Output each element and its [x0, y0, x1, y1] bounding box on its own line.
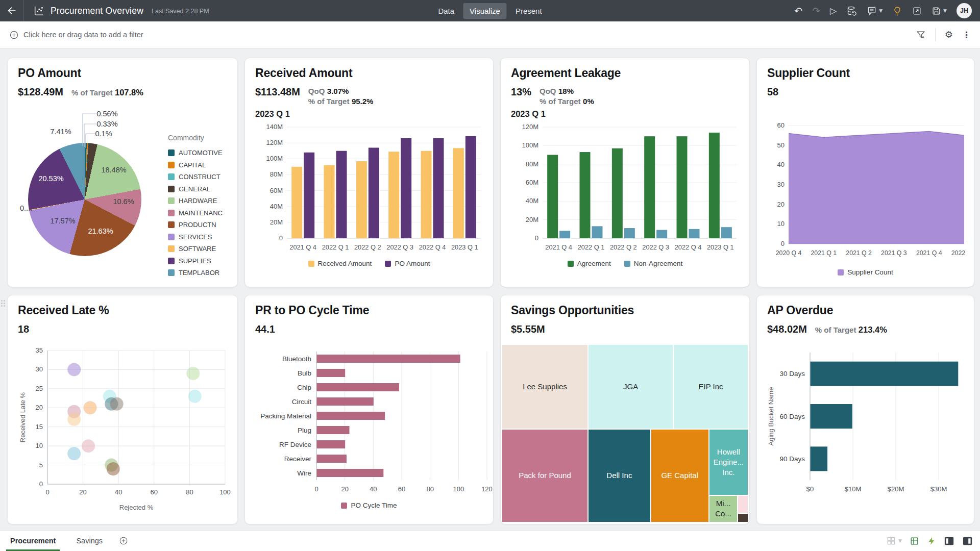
save-button[interactable]: ▼	[932, 6, 947, 16]
canvas-tab-procurement[interactable]: Procurement	[0, 531, 66, 551]
treemap-cell[interactable]	[738, 495, 748, 513]
svg-text:2022 Q 3: 2022 Q 3	[386, 243, 413, 251]
svg-text:120: 120	[481, 485, 493, 493]
treemap-cell-jga[interactable]: JGA	[588, 344, 673, 429]
pie-label-capital: 0.33%	[96, 120, 117, 128]
supplier-count-area-chart[interactable]: 01020304050602020 Q 42021 Q 12021 Q 2202…	[767, 118, 967, 266]
received-amount-bar-chart[interactable]: 020M40M60M80M100M120M140M2021 Q 42022 Q …	[255, 121, 485, 258]
legend-item: Agreement	[568, 260, 611, 267]
treemap-cell-howell-engine-inc[interactable]: Howell Engine... Inc.	[709, 429, 748, 495]
canvas-layout-button[interactable]: ▼	[886, 536, 902, 546]
svg-text:2021 Q 4: 2021 Q 4	[916, 249, 942, 257]
pie-label-productn: 21.63%	[88, 227, 113, 235]
svg-text:20M: 20M	[526, 216, 538, 223]
insights-lightbulb-icon[interactable]	[892, 6, 902, 16]
tab-present[interactable]: Present	[509, 3, 549, 19]
treemap-cell-dell-inc[interactable]: Dell Inc	[588, 429, 651, 522]
open-in-new-button[interactable]	[912, 6, 922, 16]
comments-button[interactable]: ▼	[867, 6, 883, 16]
back-arrow-icon	[6, 5, 17, 16]
svg-text:30: 30	[777, 181, 785, 188]
back-button[interactable]	[0, 0, 23, 21]
treemap-cell-eip-inc[interactable]: EIP Inc	[673, 344, 748, 429]
canvas-tab-savings[interactable]: Savings	[66, 531, 113, 551]
treemap-cell[interactable]	[738, 513, 748, 522]
ap-overdue-value: $48.02M	[767, 323, 807, 335]
user-avatar[interactable]: JH	[957, 3, 972, 18]
card-supplier-count: Supplier Count 58 01020304050602020 Q 42…	[756, 58, 974, 287]
svg-text:30 Days: 30 Days	[779, 370, 805, 378]
svg-text:60: 60	[398, 485, 405, 493]
svg-text:20: 20	[341, 485, 348, 493]
legend-item-general: GENERAL	[168, 185, 229, 193]
redo-button[interactable]: ↷	[812, 6, 820, 16]
filter-settings-icon[interactable]	[916, 30, 926, 40]
treemap-cell-mi-co[interactable]: Mi... Co...	[709, 495, 738, 522]
kebab-menu-icon[interactable]: ⋮	[962, 30, 971, 40]
svg-text:140M: 140M	[266, 123, 283, 131]
svg-text:60: 60	[151, 488, 158, 496]
card-pr-po-cycle: PR to PO Cycle Time 44.1 020406080100120…	[244, 295, 494, 524]
grid-view-button[interactable]	[910, 536, 919, 546]
svg-text:20: 20	[36, 404, 43, 411]
svg-text:2022 Q 2: 2022 Q 2	[610, 243, 637, 251]
svg-text:10: 10	[36, 442, 43, 449]
svg-text:35: 35	[36, 346, 43, 354]
pie-label-automotive: 0.56%	[96, 110, 117, 118]
svg-text:100M: 100M	[266, 155, 283, 162]
card-received-late: Received Late % 18 020406080100051015202…	[7, 295, 238, 524]
card-savings-opportunities: Savings Opportunities $5.55M Lee Supplie…	[500, 295, 750, 524]
legend-item-services: SERVICES	[168, 233, 229, 241]
legend-item-maintenanc: MAINTENANC	[168, 209, 229, 217]
pr-po-cycle-hbar-chart[interactable]: 020406080100120BluetoothBulbChipCircuitP…	[255, 348, 494, 499]
add-filter-dropzone[interactable]: Click here or drag data to add a filter	[9, 30, 143, 40]
tab-visualize[interactable]: Visualize	[463, 3, 507, 19]
treemap-cell-lee-supplies[interactable]: Lee Supplies	[502, 344, 588, 429]
svg-text:80: 80	[186, 488, 193, 496]
canvas-drag-handle[interactable]	[1, 300, 6, 307]
svg-text:40: 40	[115, 488, 122, 496]
preview-button[interactable]: ▷	[830, 7, 837, 15]
svg-text:2022 Q 1: 2022 Q 1	[578, 243, 605, 251]
add-canvas-button[interactable]	[119, 536, 128, 545]
card-received-amount: Received Amount $113.48M QoQ 3.07% % of …	[244, 58, 494, 287]
undo-button[interactable]: ↶	[794, 6, 802, 16]
pie-label-hardware: 18.48%	[101, 166, 126, 174]
legend-item-software: SOFTWARE	[168, 245, 229, 253]
card-po-amount: PO Amount $128.49M % of Target 107.8% 0.…	[7, 58, 238, 287]
savings-treemap-chart[interactable]: Lee SuppliesJGAEIP IncPack for PoundDell…	[502, 344, 748, 522]
treemap-cell-ge-capital[interactable]: GE Capital	[651, 429, 709, 522]
commodity-legend: Commodity AUTOMOTIVECAPITALCONSTRUCTGENE…	[168, 134, 229, 281]
svg-text:80: 80	[426, 485, 433, 493]
auto-insights-lightning-icon[interactable]	[927, 536, 936, 546]
canvas-tabs: ProcurementSavings	[0, 531, 113, 551]
svg-text:120M: 120M	[522, 123, 538, 131]
svg-text:80M: 80M	[270, 170, 283, 178]
ap-overdue-hbar-chart[interactable]: $0$10M$20M$30M30 Days60 Days90 DaysAging…	[767, 345, 969, 505]
toggle-right-panel-button[interactable]	[962, 536, 973, 546]
mode-tabs: DataVisualizePresent	[431, 0, 548, 21]
received-late-scatter-chart[interactable]: 02040608010005101520253035Rejected %Rece…	[18, 344, 232, 513]
svg-text:RF Device: RF Device	[279, 441, 311, 448]
tab-data[interactable]: Data	[431, 3, 461, 19]
svg-text:Packing Material: Packing Material	[260, 412, 311, 420]
refresh-data-button[interactable]	[846, 6, 857, 16]
svg-text:90 Days: 90 Days	[779, 455, 805, 463]
svg-text:40: 40	[370, 485, 377, 493]
svg-text:2020 Q 4: 2020 Q 4	[776, 249, 802, 257]
treemap-cell-pack-for-pound[interactable]: Pack for Pound	[502, 429, 588, 522]
svg-text:Aging Bucket Name: Aging Bucket Name	[767, 387, 775, 446]
svg-text:Chip: Chip	[297, 384, 311, 391]
card-title: Supplier Count	[767, 66, 964, 80]
toggle-left-panel-button[interactable]	[944, 536, 954, 546]
svg-text:2022 Q 4: 2022 Q 4	[419, 243, 446, 251]
svg-text:2022 Q 2: 2022 Q 2	[354, 243, 381, 251]
agreement-leakage-bar-chart[interactable]: 020M40M60M80M100M120M2021 Q 42022 Q 1202…	[511, 121, 741, 258]
svg-text:Bulb: Bulb	[298, 369, 311, 377]
canvas-settings-gear-icon[interactable]: ⚙	[945, 30, 953, 39]
supplier-count-value: 58	[767, 86, 778, 98]
agreement-leakage-value: 13%	[511, 86, 531, 98]
card-agreement-leakage: Agreement Leakage 13% QoQ 18% % of Targe…	[500, 58, 750, 287]
svg-text:0: 0	[279, 234, 283, 242]
received-amount-value: $113.48M	[255, 86, 300, 98]
